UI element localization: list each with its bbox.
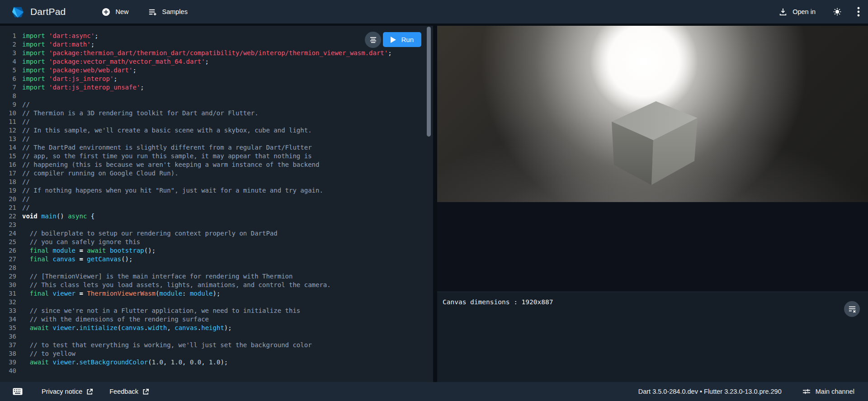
code-line: 12// In this sample, we'll create a basi… [0, 126, 433, 135]
line-number: 20 [0, 195, 16, 203]
header: DartPad New Samples [0, 0, 868, 24]
code-line-content: // The DartPad environment is slightly d… [22, 143, 312, 152]
code-token: import [22, 49, 45, 57]
code-token: 1.0 [152, 359, 163, 366]
line-number: 24 [0, 229, 16, 238]
code-token: // [22, 118, 30, 125]
code-token: = [75, 255, 87, 263]
render-canvas[interactable] [437, 26, 868, 202]
footer: Privacy notice Feedback Dart 3.5.0-284.0… [0, 382, 868, 401]
code-token: // since we're not in a Flutter applicat… [30, 307, 300, 314]
editor-scrollbar-thumb[interactable] [427, 27, 431, 137]
code-token: { [87, 212, 94, 220]
overflow-menu-button[interactable] [855, 5, 862, 19]
new-button[interactable]: New [98, 5, 132, 19]
code-line-content: // This class lets you load assets, ligh… [22, 281, 331, 289]
code-token: // [22, 101, 30, 108]
code-line: 28 [0, 264, 433, 272]
code-line-content: // If nothing happens when you hit "Run"… [22, 186, 323, 195]
code-token: getCanvas [87, 255, 121, 263]
code-line: 37 // to test that everything is working… [0, 341, 433, 349]
code-token: // The DartPad environment is slightly d… [22, 144, 312, 151]
code-line: 7import 'dart:js_interop_unsafe'; [0, 83, 433, 92]
line-number: 21 [0, 203, 16, 212]
keyboard-shortcuts-button[interactable] [12, 387, 24, 396]
code-token: ThermionViewerWasm [87, 290, 156, 297]
play-icon [391, 37, 396, 43]
code-token [22, 350, 30, 357]
new-button-label: New [115, 8, 128, 15]
code-token: // happening (this is because we aren't … [22, 161, 319, 168]
code-token: setBackgroundColor [79, 359, 148, 366]
line-number: 34 [0, 315, 16, 324]
pane-divider[interactable] [433, 26, 437, 382]
privacy-notice-link[interactable]: Privacy notice [42, 388, 93, 395]
cube-render [437, 26, 868, 202]
line-number: 15 [0, 152, 16, 160]
app-title: DartPad [30, 6, 66, 17]
code-line: 13// [0, 135, 433, 143]
code-token [22, 316, 30, 323]
code-token: await [87, 247, 106, 254]
code-token: import [22, 75, 45, 82]
code-line-content: void main() async { [22, 212, 94, 221]
code-token: , [163, 359, 171, 366]
format-button[interactable] [365, 32, 381, 48]
code-token: // Thermion is a 3D rendering toolkit fo… [22, 109, 259, 117]
code-line: 32 [0, 298, 433, 307]
line-number: 13 [0, 135, 16, 143]
code-line-content: import 'dart:async'; [22, 32, 99, 40]
code-line-content: // to yellow [22, 349, 75, 358]
code-line: 19// If nothing happens when you hit "Ru… [0, 186, 433, 195]
code-line-content: // [22, 100, 30, 109]
dartpad-logo-icon [11, 5, 25, 19]
line-number: 33 [0, 307, 16, 315]
footer-right: Dart 3.5.0-284.0.dev • Flutter 3.23.0-13… [638, 388, 854, 395]
code-token: initialize [79, 324, 117, 331]
code-token: ; [205, 58, 209, 65]
feedback-link[interactable]: Feedback [109, 388, 149, 395]
code-line: 15// app, so the first time you run this… [0, 152, 433, 160]
feedback-label: Feedback [109, 388, 138, 395]
code-line: 39 await viewer.setBackgroundColor(1.0, … [0, 358, 433, 367]
code-token [45, 41, 49, 48]
add-circle-icon [102, 8, 110, 16]
dartpad-app: DartPad New Samples [0, 0, 868, 401]
code-token: 'dart:js_interop_unsafe' [49, 84, 140, 91]
open-in-button[interactable]: Open in [775, 5, 819, 19]
line-number: 35 [0, 324, 16, 332]
clear-console-icon [848, 306, 856, 313]
clear-console-button[interactable] [844, 301, 860, 317]
line-number: 2 [0, 40, 16, 49]
code-line: 6import 'dart:js_interop'; [0, 75, 433, 83]
code-token [45, 58, 49, 65]
code-token: // This class lets you load assets, ligh… [30, 281, 331, 288]
code-token: , [182, 359, 190, 366]
code-token: // to yellow [30, 350, 75, 357]
channel-selector[interactable]: Main channel [802, 388, 854, 395]
line-number: 17 [0, 169, 16, 178]
code-line-content: // to test that everything is working, w… [22, 341, 312, 349]
code-line: 30 // This class lets you load assets, l… [0, 281, 433, 289]
code-token [22, 341, 30, 349]
code-token: canvas [121, 324, 144, 331]
code-token: ( [148, 359, 151, 366]
code-token [22, 247, 30, 254]
code-line-content: import 'dart:math'; [22, 40, 94, 49]
code-token: import [22, 58, 45, 65]
code-line: 10// Thermion is a 3D rendering toolkit … [0, 109, 433, 118]
run-button[interactable]: Run [383, 32, 421, 47]
code-line-content: await viewer.initialize(canvas.width, ca… [22, 324, 232, 332]
code-token: import [22, 84, 45, 91]
line-number: 9 [0, 100, 16, 109]
code-line-content: // [22, 195, 30, 203]
code-editor[interactable]: 1import 'dart:async';2import 'dart:math'… [0, 26, 433, 382]
tune-icon [802, 388, 811, 395]
code-token [22, 230, 30, 237]
code-token [22, 281, 30, 288]
code-line: 36 [0, 332, 433, 341]
theme-toggle-button[interactable] [831, 5, 844, 18]
code-line: 20// [0, 195, 433, 203]
code-token: = [75, 290, 87, 297]
samples-button[interactable]: Samples [145, 5, 191, 19]
